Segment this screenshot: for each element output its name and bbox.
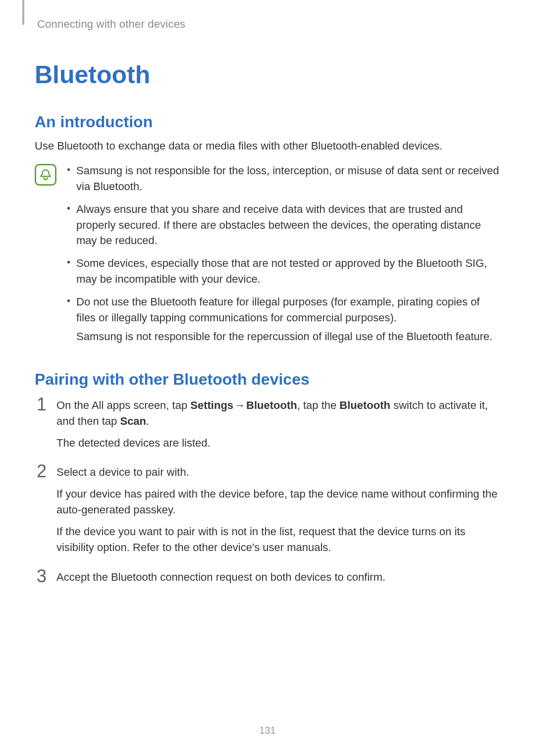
bold-bluetooth-2: Bluetooth <box>339 399 390 411</box>
note-list: Samsung is not responsible for the loss,… <box>65 163 500 352</box>
note-block: Samsung is not responsible for the loss,… <box>35 163 500 352</box>
step-2: 2 Select a device to pair with. If your … <box>35 464 500 555</box>
step-number: 1 <box>35 396 49 413</box>
bold-settings: Settings <box>190 399 233 411</box>
bold-bluetooth: Bluetooth <box>246 399 297 411</box>
step-text: Accept the Bluetooth connection request … <box>56 569 500 585</box>
arrow-icon: → <box>233 398 246 413</box>
intro-text: Use Bluetooth to exchange data or media … <box>35 138 500 154</box>
step-number: 2 <box>35 462 49 480</box>
page-mark <box>22 0 24 25</box>
text-fragment: . <box>146 415 149 427</box>
note-item: Some devices, especially those that are … <box>65 255 500 287</box>
bold-scan: Scan <box>120 415 146 427</box>
manual-page: Connecting with other devices Bluetooth … <box>0 0 535 756</box>
step-content: On the All apps screen, tap Settings → B… <box>56 398 500 451</box>
breadcrumb: Connecting with other devices <box>37 18 500 31</box>
note-item-text: Do not use the Bluetooth feature for ill… <box>76 296 480 324</box>
steps-list: 1 On the All apps screen, tap Settings →… <box>35 398 500 585</box>
page-title: Bluetooth <box>35 60 500 89</box>
step-content: Select a device to pair with. If your de… <box>56 464 500 555</box>
step-text: If the device you want to pair with is n… <box>56 524 500 555</box>
text-fragment: , tap the <box>297 399 340 411</box>
alert-icon <box>35 164 56 186</box>
step-content: Accept the Bluetooth connection request … <box>56 569 500 585</box>
note-item: Always ensure that you share and receive… <box>65 202 500 249</box>
note-item: Do not use the Bluetooth feature for ill… <box>65 294 500 345</box>
step-text: If your device has paired with the devic… <box>56 486 500 518</box>
section-heading-intro: An introduction <box>35 113 500 131</box>
step-text: Select a device to pair with. <box>56 464 500 480</box>
step-text: The detected devices are listed. <box>56 435 500 451</box>
step-text: On the All apps screen, tap Settings → B… <box>56 398 500 429</box>
step-1: 1 On the All apps screen, tap Settings →… <box>35 398 500 451</box>
step-number: 3 <box>35 567 49 585</box>
page-number: 131 <box>0 725 535 736</box>
step-3: 3 Accept the Bluetooth connection reques… <box>35 569 500 585</box>
section-heading-pairing: Pairing with other Bluetooth devices <box>35 370 500 389</box>
note-item: Samsung is not responsible for the loss,… <box>65 163 500 195</box>
text-fragment: On the All apps screen, tap <box>56 399 190 411</box>
note-item-extra: Samsung is not responsible for the reper… <box>76 329 500 345</box>
